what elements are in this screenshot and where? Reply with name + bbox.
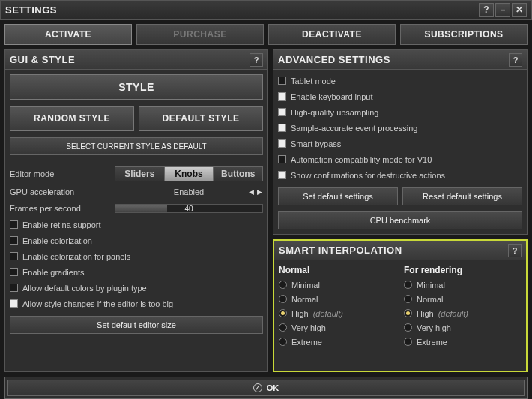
- tab-deactivate[interactable]: DEACTIVATE: [268, 24, 396, 45]
- interp-normal-group: Normal Minimal Normal High (default) Ver…: [279, 265, 396, 348]
- ok-label: OK: [267, 383, 279, 392]
- tab-purchase[interactable]: PURCHASE: [136, 24, 264, 45]
- ok-button[interactable]: ✓ OK: [7, 380, 525, 396]
- checkbox-icon: [278, 92, 286, 100]
- interp-rendering-group: For rendering Minimal Normal High (defau…: [404, 265, 522, 348]
- interp-rendering-title: For rendering: [404, 265, 522, 275]
- interp-rendering-high[interactable]: High (default): [404, 307, 522, 320]
- titlebar: SETTINGS ? – ✕: [0, 0, 532, 20]
- radio-icon: [279, 309, 287, 317]
- check-sample-accurate[interactable]: Sample-accurate event processing: [278, 122, 522, 134]
- random-style-button[interactable]: RANDOM STYLE: [10, 106, 134, 131]
- radio-icon: [279, 280, 287, 289]
- radio-icon: [404, 338, 412, 346]
- checkbox-icon: [278, 124, 286, 132]
- chevron-left-icon[interactable]: ◀: [247, 188, 255, 196]
- fps-value: 40: [184, 205, 193, 213]
- interp-normal-minimal[interactable]: Minimal: [279, 278, 396, 291]
- editor-mode-segmented: Sliders Knobs Buttons: [115, 166, 263, 182]
- default-style-button[interactable]: DEFAULT STYLE: [139, 106, 263, 131]
- tab-subscriptions[interactable]: SUBSCRIPTIONS: [400, 24, 528, 45]
- radio-icon: [404, 280, 412, 289]
- check-smart-bypass[interactable]: Smart bypass: [278, 137, 522, 150]
- interp-normal-normal[interactable]: Normal: [279, 292, 396, 305]
- window-title: SETTINGS: [5, 4, 57, 16]
- checkbox-icon: [278, 140, 286, 148]
- panel-smart-interpolation: SMART INTERPOLATION ? Normal Minimal Nor…: [273, 239, 528, 372]
- help-icon[interactable]: ?: [508, 244, 522, 257]
- editor-mode-label: Editor mode: [10, 170, 115, 178]
- editor-mode-buttons[interactable]: Buttons: [214, 167, 262, 181]
- checkbox-icon: [10, 236, 18, 244]
- check-gradients[interactable]: Enable gradients: [10, 266, 263, 278]
- cpu-benchmark-button[interactable]: CPU benchmark: [278, 212, 522, 230]
- check-upsampling[interactable]: High-quality upsampling: [278, 106, 522, 118]
- check-icon: ✓: [253, 383, 262, 392]
- interp-rendering-very-high[interactable]: Very high: [404, 321, 522, 334]
- panel-title-smart-interpolation: SMART INTERPOLATION: [279, 244, 402, 256]
- radio-icon: [279, 338, 287, 346]
- help-icon[interactable]: ?: [509, 53, 522, 67]
- check-keyboard[interactable]: Enable keyboard input: [278, 90, 522, 103]
- radio-icon: [279, 323, 287, 332]
- checkbox-icon: [278, 155, 286, 164]
- radio-icon: [404, 309, 412, 317]
- checkbox-icon: [278, 76, 286, 85]
- check-retina[interactable]: Enable retina support: [10, 218, 263, 231]
- interp-normal-extreme[interactable]: Extreme: [279, 335, 396, 348]
- checkbox-icon: [10, 299, 18, 308]
- interp-normal-very-high[interactable]: Very high: [279, 321, 396, 334]
- radio-icon: [404, 295, 412, 303]
- editor-mode-sliders[interactable]: Sliders: [115, 167, 165, 181]
- checkbox-icon: [10, 220, 18, 229]
- check-automation-compat[interactable]: Automation compatibility mode for V10: [278, 153, 522, 166]
- checkbox-icon: [278, 108, 286, 116]
- checkbox-icon: [10, 268, 18, 276]
- gpu-accel-value: Enabled: [174, 188, 204, 196]
- editor-mode-knobs[interactable]: Knobs: [165, 167, 214, 181]
- tabs-row: ACTIVATE PURCHASE DEACTIVATE SUBSCRIPTIO…: [0, 20, 532, 50]
- minimize-icon[interactable]: –: [495, 3, 510, 16]
- interp-normal-title: Normal: [279, 265, 396, 275]
- radio-icon: [404, 323, 412, 332]
- interp-rendering-normal[interactable]: Normal: [404, 292, 522, 305]
- close-icon[interactable]: ✕: [512, 3, 527, 16]
- select-current-style-button[interactable]: SELECT CURRENT STYLE AS DEFAULT: [10, 137, 263, 155]
- help-icon[interactable]: ?: [250, 53, 263, 67]
- help-icon[interactable]: ?: [479, 3, 494, 16]
- check-tablet[interactable]: Tablet mode: [278, 74, 522, 87]
- chevron-right-icon[interactable]: ▶: [256, 188, 263, 196]
- style-button[interactable]: STYLE: [10, 74, 263, 100]
- gpu-accel-label: GPU acceleration: [10, 188, 115, 196]
- panel-gui-style: GUI & STYLE ? STYLE RANDOM STYLE DEFAULT…: [4, 50, 268, 372]
- checkbox-icon: [10, 284, 18, 292]
- check-colorization[interactable]: Enable colorization: [10, 234, 263, 247]
- fps-slider[interactable]: 40: [115, 204, 263, 213]
- set-default-editor-size-button[interactable]: Set default editor size: [10, 316, 263, 334]
- interp-rendering-minimal[interactable]: Minimal: [404, 278, 522, 291]
- ok-bar: ✓ OK: [4, 376, 528, 399]
- fps-label: Frames per second: [10, 204, 115, 213]
- checkbox-icon: [278, 171, 286, 179]
- tab-activate[interactable]: ACTIVATE: [4, 24, 132, 45]
- check-confirmations[interactable]: Show confirmations for destructive actio…: [278, 169, 522, 182]
- panel-title-advanced: ADVANCED SETTINGS: [278, 54, 390, 65]
- panel-advanced: ADVANCED SETTINGS ? Tablet mode Enable k…: [273, 50, 528, 235]
- check-colorization-panels[interactable]: Enable colorization for panels: [10, 250, 263, 262]
- gpu-accel-value-area[interactable]: Enabled ◀ ▶: [115, 188, 263, 196]
- interp-normal-high[interactable]: High (default): [279, 307, 396, 320]
- check-style-changes[interactable]: Allow style changes if the editor is too…: [10, 297, 263, 310]
- radio-icon: [279, 295, 287, 303]
- interp-rendering-extreme[interactable]: Extreme: [404, 335, 522, 348]
- reset-default-settings-button[interactable]: Reset default settings: [402, 188, 522, 206]
- set-default-settings-button[interactable]: Set default settings: [278, 188, 398, 206]
- panel-title-gui-style: GUI & STYLE: [10, 54, 75, 65]
- checkbox-icon: [10, 252, 18, 260]
- check-default-colors[interactable]: Allow default colors by plugin type: [10, 281, 263, 294]
